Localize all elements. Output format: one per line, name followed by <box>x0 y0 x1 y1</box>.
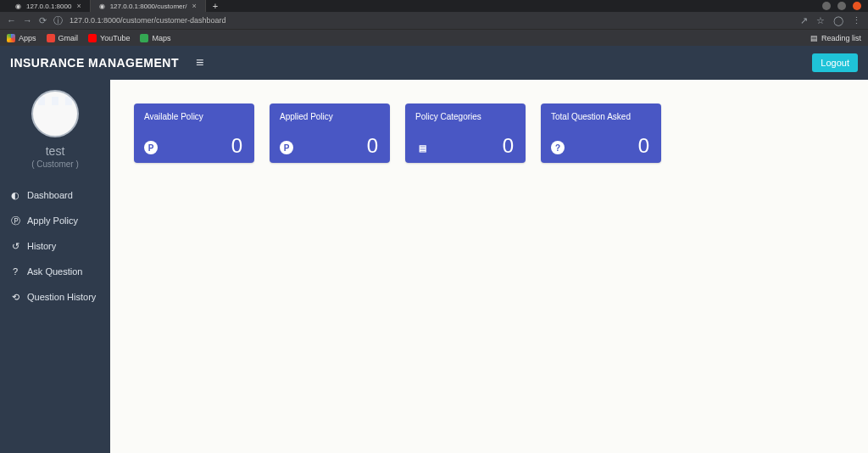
bookmark-label: Apps <box>19 34 36 42</box>
minimize-icon[interactable] <box>822 2 831 10</box>
card-title: Total Question Asked <box>551 112 651 121</box>
sidebar-item-apply-policy[interactable]: Ⓟ Apply Policy <box>0 208 110 233</box>
main-content: Available Policy P 0 Applied Policy P 0 … <box>110 80 868 453</box>
apps-icon <box>7 34 15 42</box>
maps-bookmark[interactable]: Maps <box>140 34 170 42</box>
bookmark-bar: Apps Gmail YouTube Maps ▤Reading list <box>0 29 868 46</box>
question-mark-icon: ? <box>551 141 565 154</box>
tab-title: 127.0.0.1:8000/customer/ <box>110 3 187 10</box>
avatar-section: test ( Customer ) <box>0 80 110 174</box>
list-icon: ▤ <box>810 34 818 42</box>
info-icon[interactable]: ⓘ <box>53 14 63 27</box>
address-bar: ← → ⟳ ⓘ 127.0.0.1:8000/customer/customer… <box>0 12 868 29</box>
profile-icon[interactable]: ◯ <box>833 15 843 26</box>
p-icon: P <box>144 141 158 154</box>
globe-icon: ◉ <box>99 3 105 10</box>
app-root: INSURANCE MANAGEMENT ≡ Logout test ( Cus… <box>0 46 868 453</box>
maximize-icon[interactable] <box>837 2 846 10</box>
share-icon[interactable]: ↗ <box>800 15 808 26</box>
browser-tab-strip: ◉ 127.0.0.1:8000 × ◉ 127.0.0.1:8000/cust… <box>0 0 868 12</box>
new-tab-button[interactable]: + <box>206 1 225 11</box>
card-total-question-asked[interactable]: Total Question Asked ? 0 <box>541 103 661 163</box>
browser-tab-2[interactable]: ◉ 127.0.0.1:8000/customer/ × <box>91 0 206 12</box>
avatar[interactable] <box>31 90 79 137</box>
window-close-icon[interactable] <box>853 2 861 10</box>
bookmark-label: Maps <box>152 34 170 42</box>
bookmark-label: Reading list <box>821 34 861 42</box>
card-policy-categories[interactable]: Policy Categories ▤ 0 <box>405 103 526 163</box>
card-value: 0 <box>638 134 649 158</box>
tab-row: ◉ 127.0.0.1:8000 × ◉ 127.0.0.1:8000/cust… <box>7 0 225 12</box>
maps-icon <box>140 34 148 42</box>
youtube-bookmark[interactable]: YouTube <box>88 34 130 42</box>
sidebar-item-history[interactable]: ↺ History <box>0 233 110 259</box>
card-title: Applied Policy <box>280 112 380 121</box>
p-icon: P <box>280 141 293 154</box>
list-icon: ▤ <box>415 141 429 154</box>
sidebar-item-label: History <box>27 241 56 251</box>
card-value: 0 <box>503 134 514 158</box>
sidebar-item-question-history[interactable]: ⟲ Question History <box>0 284 110 310</box>
reload-icon[interactable]: ⟳ <box>39 15 47 26</box>
gmail-icon <box>47 34 55 42</box>
dashboard-cards: Available Policy P 0 Applied Policy P 0 … <box>110 103 868 163</box>
policy-icon: Ⓟ <box>10 215 20 226</box>
card-applied-policy[interactable]: Applied Policy P 0 <box>270 103 390 163</box>
gmail-bookmark[interactable]: Gmail <box>47 34 79 42</box>
card-title: Policy Categories <box>415 112 515 121</box>
card-value: 0 <box>231 134 242 158</box>
sidebar-item-label: Apply Policy <box>27 215 78 226</box>
apps-bookmark[interactable]: Apps <box>7 34 36 42</box>
window-controls <box>822 2 861 10</box>
bookmark-label: YouTube <box>100 34 130 42</box>
sidebar-item-dashboard[interactable]: ◐ Dashboard <box>0 182 110 208</box>
sidebar-item-ask-question[interactable]: ? Ask Question <box>0 259 110 284</box>
close-icon[interactable]: × <box>76 2 81 10</box>
url-text[interactable]: 127.0.0.1:8000/customer/customer-dashboa… <box>70 16 793 25</box>
username: test <box>46 144 65 158</box>
sidebar-item-label: Dashboard <box>27 190 73 200</box>
app-brand: INSURANCE MANAGEMENT <box>10 56 179 70</box>
history-icon: ↺ <box>10 241 20 251</box>
tab-title: 127.0.0.1:8000 <box>26 3 71 10</box>
sidebar: test ( Customer ) ◐ Dashboard Ⓟ Apply Po… <box>0 80 110 453</box>
hamburger-icon[interactable]: ≡ <box>196 55 203 70</box>
back-icon[interactable]: ← <box>7 15 16 25</box>
addr-right: ↗ ☆ ◯ ⋮ <box>800 15 861 26</box>
globe-icon: ◉ <box>15 3 21 10</box>
sidebar-item-label: Question History <box>27 292 96 302</box>
content-row: test ( Customer ) ◐ Dashboard Ⓟ Apply Po… <box>0 80 868 453</box>
dashboard-icon: ◐ <box>10 190 20 200</box>
star-icon[interactable]: ☆ <box>816 15 825 26</box>
logout-button[interactable]: Logout <box>812 53 858 72</box>
card-title: Available Policy <box>144 112 244 121</box>
forward-icon[interactable]: → <box>23 15 32 25</box>
card-value: 0 <box>367 134 378 158</box>
question-icon: ? <box>10 266 20 277</box>
close-icon[interactable]: × <box>192 2 196 10</box>
top-bar: INSURANCE MANAGEMENT ≡ Logout <box>0 46 868 80</box>
menu-dots-icon[interactable]: ⋮ <box>852 15 861 26</box>
bookmark-label: Gmail <box>58 34 79 42</box>
browser-tab-1[interactable]: ◉ 127.0.0.1:8000 × <box>7 0 91 12</box>
reading-list-button[interactable]: ▤Reading list <box>810 34 861 42</box>
card-available-policy[interactable]: Available Policy P 0 <box>134 103 254 163</box>
sidebar-menu: ◐ Dashboard Ⓟ Apply Policy ↺ History ? A… <box>0 182 110 310</box>
sidebar-item-label: Ask Question <box>27 266 82 277</box>
youtube-icon <box>88 34 97 42</box>
user-role: ( Customer ) <box>31 159 79 169</box>
refresh-icon: ⟲ <box>10 292 20 302</box>
